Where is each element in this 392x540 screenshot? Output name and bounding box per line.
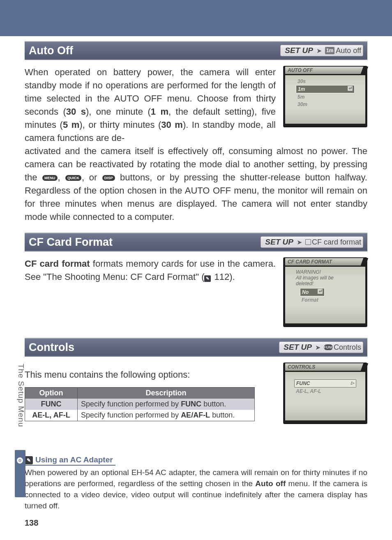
lcd-title: CONTROLS [285, 363, 365, 371]
lcd-title: AUTO OFF [285, 67, 365, 74]
breadcrumb-label: CF card format [312, 238, 361, 247]
lcd-option: Format [300, 296, 325, 304]
menu-button-icon: MENU [42, 175, 58, 181]
chevron-right-icon: ➤ [297, 238, 302, 246]
chevron-right-icon: ➤ [316, 47, 322, 55]
breadcrumb-setup: SET UP [265, 238, 293, 247]
breadcrumb-icon: 1m [325, 47, 334, 54]
breadcrumb-setup: SET UP [284, 343, 312, 352]
controls-intro: This menu contains the following options… [25, 368, 276, 381]
section-title: Auto Off [29, 44, 280, 57]
controls-table: Option Description FUNC Specify function… [25, 387, 255, 421]
page-number: 138 [25, 518, 38, 528]
breadcrumb-label: Controls [334, 343, 361, 352]
lcd-warning: WARNING! [296, 269, 359, 275]
lcd-warning: All images will be [296, 275, 359, 281]
table-cell: AE-L, AF-L [25, 410, 78, 421]
lcd-option-selected: 1m [296, 85, 355, 93]
card-icon [305, 239, 311, 245]
breadcrumb-cf: SET UP ➤ CF card format [261, 236, 363, 248]
lcd-auto-off: AUTO OFF 30s 1m 5m 30m [283, 66, 367, 127]
table-cell: Specify function performed by FUNC butto… [78, 399, 254, 410]
quick-button-icon: QUICK [65, 175, 81, 181]
side-tab: The Setup Menu ⚙ [15, 364, 27, 528]
lcd-option: 30s [296, 78, 355, 85]
breadcrumb-label: Auto off [336, 46, 361, 55]
lcd-title: CF CARD FORMAT [285, 258, 365, 265]
lcd-cf: CF CARD FORMAT WARNING! All images will … [283, 257, 367, 327]
auto-off-para2: activated and the camera itself is effec… [25, 145, 367, 224]
table-header: Description [78, 388, 254, 399]
chevron-right-icon: ➤ [315, 344, 321, 351]
table-row: AE-L, AF-L Specify function performed by… [25, 410, 254, 421]
breadcrumb-auto-off: SET UP ➤ 1m Auto off [280, 45, 363, 56]
cf-para: CF card format formats memory cards for … [25, 257, 276, 327]
section-title: Controls [29, 341, 279, 354]
table-row: FUNC Specify function performed by FUNC … [25, 399, 254, 410]
setup-icon: ⚙ [17, 457, 23, 464]
breadcrumb-controls: SET UP ➤ FUNC Controls [279, 342, 363, 353]
table-cell: FUNC [25, 399, 78, 410]
section-header-controls: Controls SET UP ➤ FUNC Controls [25, 338, 367, 357]
note-ac-adapter: ✎Using an AC Adapter When powered by an … [25, 455, 367, 511]
note-body: When powered by an optional EH-54 AC ada… [25, 467, 367, 511]
section-title: CF Card Format [29, 236, 261, 249]
side-tab-label: The Setup Menu [16, 364, 25, 427]
table-header: Option [25, 388, 78, 399]
top-banner [0, 0, 392, 36]
lcd-warning: deleted! [296, 281, 359, 286]
section-header-cf: CF Card Format SET UP ➤ CF card format [25, 233, 367, 252]
lcd-option: AE-L, AF-L [294, 388, 356, 395]
disp-button-icon: DISP [102, 175, 115, 181]
lcd-option-selected: FUNC [294, 379, 356, 388]
table-cell: Specify function performed by AE/AF-L bu… [78, 410, 254, 421]
func-icon: FUNC [324, 344, 333, 350]
lcd-option: 5m [296, 93, 355, 101]
lcd-controls: CONTROLS FUNC AE-L, AF-L [283, 362, 367, 424]
note-heading: ✎Using an AC Adapter [25, 455, 115, 466]
page-ref-icon: ✎ [204, 275, 211, 282]
lcd-option-selected: No [300, 288, 325, 296]
auto-off-para1: When operated on battery power, the came… [25, 66, 276, 145]
lcd-option: 30m [296, 101, 355, 108]
breadcrumb-setup: SET UP [285, 46, 313, 55]
section-header-auto-off: Auto Off SET UP ➤ 1m Auto off [25, 41, 367, 60]
